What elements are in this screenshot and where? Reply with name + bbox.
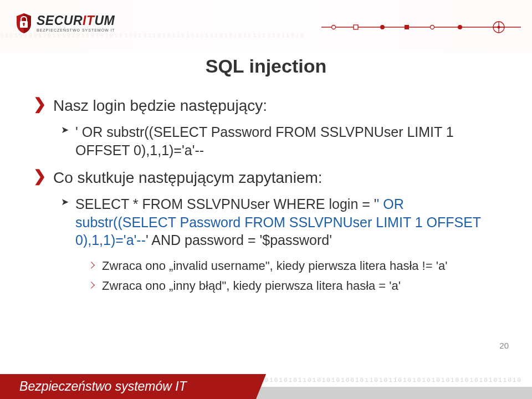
bullet-marker-icon: ❯: [33, 96, 45, 113]
logo: SECURITUM BEZPIECZEŃSTWO SYSTEMÓW IT: [14, 12, 115, 34]
svg-rect-5: [354, 25, 358, 29]
bullet-2-query-sql: ➤ SELECT * FROM SSLVPNUser WHERE login =…: [61, 195, 499, 249]
chevron-right-icon: [89, 283, 96, 288]
svg-point-6: [380, 25, 385, 29]
logo-part-red: IT: [83, 14, 94, 27]
footer-red-bar: Bezpieczeństwo systemów IT: [0, 374, 266, 399]
bullet-1-text: Nasz login będzie następujący:: [53, 96, 267, 115]
bullet-3-result-neq: Zwraca ono „invalid username", kiedy pie…: [89, 258, 499, 274]
triangle-marker-icon: ➤: [61, 195, 69, 209]
bullet-3a-text: Zwraca ono „invalid username", kiedy pie…: [102, 258, 447, 274]
page-number: 20: [499, 341, 509, 350]
svg-point-9: [458, 25, 462, 29]
bullet-3b-text: Zwraca ono „inny błąd", kiedy pierwsza l…: [102, 278, 401, 294]
bullet-2-text: ' OR substr((SELECT Password FROM SSLVPN…: [75, 123, 499, 159]
shield-icon: [14, 12, 33, 34]
svg-point-13: [498, 26, 500, 29]
bullet-1b-text: Co skutkuje następującym zapytaniem:: [53, 168, 323, 187]
logo-subtitle: BEZPIECZEŃSTWO SYSTEMÓW IT: [37, 28, 115, 32]
ornament-line: [321, 20, 521, 34]
bullet-marker-icon: ❯: [33, 168, 45, 185]
logo-wordmark: SECURITUM: [37, 14, 115, 27]
svg-point-4: [332, 25, 336, 29]
logo-part-dark: SECUR: [37, 14, 83, 27]
bullet-1-query: ❯ Co skutkuje następującym zapytaniem:: [33, 168, 499, 187]
sql-plain-1: SELECT * FROM SSLVPNUser WHERE login = ': [75, 196, 377, 212]
chevron-right-icon: [89, 263, 96, 268]
slide-title: SQL injection: [33, 55, 499, 77]
footer-grey-bar: [244, 387, 532, 399]
logo-part-dark2: UM: [94, 14, 115, 27]
triangle-marker-icon: ➤: [61, 123, 69, 137]
svg-rect-2: [23, 24, 24, 26]
svg-rect-7: [405, 25, 409, 29]
bullet-2b-text: SELECT * FROM SSLVPNUser WHERE login = '…: [75, 195, 499, 249]
bullet-1-login: ❯ Nasz login będzie następujący:: [33, 96, 499, 115]
sql-plain-2: ' AND password = '$password': [146, 232, 332, 248]
svg-point-8: [431, 25, 434, 29]
slide-content: SQL injection ❯ Nasz login będzie następ…: [33, 55, 499, 338]
footer-label: Bezpieczeństwo systemów IT: [0, 379, 187, 394]
footer: 0101010011010101011010101010010110101101…: [0, 360, 532, 399]
bullet-3-result-eq: Zwraca ono „inny błąd", kiedy pierwsza l…: [89, 278, 499, 294]
bullet-2-login-code: ➤ ' OR substr((SELECT Password FROM SSLV…: [61, 123, 499, 159]
